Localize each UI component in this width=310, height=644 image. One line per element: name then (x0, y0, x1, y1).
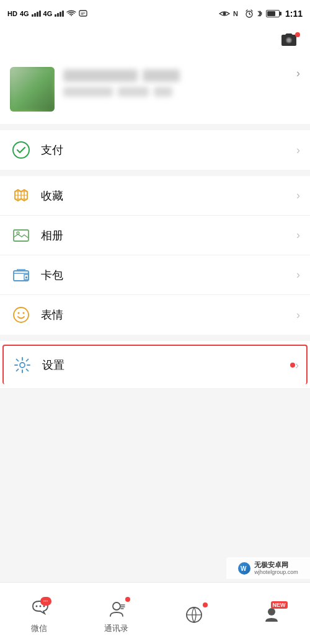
signal-4g-1: 4G (20, 10, 29, 17)
discover-badge-dot (203, 602, 208, 607)
menu-item-payment[interactable]: 支付 › (0, 130, 310, 170)
contacts-icon (107, 600, 126, 619)
svg-point-8 (17, 232, 19, 234)
bluetooth-icon (257, 9, 263, 18)
menu-item-album[interactable]: 相册 › (0, 216, 310, 255)
svg-point-5 (287, 38, 291, 42)
nav-discover-icon-wrap (183, 604, 205, 626)
status-left: HD 4G 4G (7, 10, 87, 17)
profile-name-row (63, 69, 288, 82)
status-right: N 1:11 (219, 9, 303, 19)
svg-point-11 (14, 307, 29, 322)
settings-chevron: › (295, 359, 299, 372)
svg-point-13 (23, 312, 25, 314)
signal-bars (32, 11, 41, 17)
camera-notification-dot (295, 32, 300, 37)
wechat-badge: ··· (40, 597, 51, 606)
payment-chevron: › (296, 144, 300, 157)
profile-name (63, 69, 138, 82)
menu-section-main: 收藏 › 相册 › 卡包 › (0, 176, 310, 335)
svg-point-18 (113, 602, 120, 610)
nav-contacts-icon-wrap (105, 598, 128, 620)
wifi-icon (66, 10, 76, 17)
menu-section-settings: 设置 › (0, 341, 310, 388)
status-bar: HD 4G 4G (0, 0, 310, 27)
network-indicator: HD (7, 10, 17, 17)
album-label: 相册 (41, 228, 296, 243)
payment-icon (10, 139, 32, 161)
favorites-icon (10, 185, 32, 207)
contacts-badge-dot (125, 597, 130, 602)
svg-point-14 (20, 363, 25, 368)
nav-item-contacts[interactable]: 通讯录 (78, 593, 155, 634)
svg-point-1 (223, 12, 226, 15)
svg-point-15 (35, 605, 37, 607)
avatar (10, 67, 55, 112)
signal-bars-2 (55, 11, 64, 17)
album-chevron: › (296, 229, 300, 242)
menu-section-payment: 支付 › (0, 130, 310, 170)
emoji-chevron: › (296, 309, 300, 322)
profile-section[interactable]: › (0, 57, 310, 124)
payment-label: 支付 (41, 143, 296, 157)
discover-icon (185, 606, 203, 624)
profile-info (63, 67, 288, 97)
settings-icon (11, 354, 33, 376)
svg-point-16 (39, 605, 41, 607)
svg-text:W: W (241, 565, 247, 572)
watermark: W 无极安卓网 wjhotelgroup.com (226, 557, 310, 579)
battery-icon (266, 10, 280, 17)
nav-item-wechat[interactable]: ··· 微信 (0, 593, 78, 634)
profile-wechat-id (63, 87, 113, 97)
nav-item-discover[interactable] (155, 599, 232, 629)
svg-point-6 (13, 142, 29, 158)
menu-item-settings[interactable]: 设置 › (2, 345, 308, 384)
avatar-image (10, 67, 55, 112)
nfc-icon: N (233, 9, 242, 18)
settings-label: 设置 (42, 358, 286, 373)
favorites-chevron: › (296, 189, 300, 202)
menu-item-wallet[interactable]: 卡包 › (0, 255, 310, 295)
profile-chevron-icon: › (296, 67, 300, 80)
nav-me-icon-wrap: NEW (260, 604, 283, 626)
profile-extra-2 (154, 87, 172, 97)
battery-fill (267, 11, 276, 16)
time-display: 1:11 (285, 9, 303, 19)
menu-item-favorites[interactable]: 收藏 › (0, 176, 310, 216)
watermark-url: wjhotelgroup.com (254, 569, 298, 576)
menu-item-emoji[interactable]: 表情 › (0, 295, 310, 335)
wallet-icon (10, 264, 32, 286)
wallet-label: 卡包 (41, 268, 296, 283)
profile-sub-row (63, 87, 288, 97)
bottom-nav: ··· 微信 通讯录 (0, 582, 310, 644)
profile-extra-1 (118, 87, 149, 97)
album-icon (10, 224, 32, 247)
svg-rect-10 (25, 276, 27, 278)
camera-area (0, 27, 310, 57)
nav-wechat-label: 微信 (31, 623, 47, 634)
svg-point-20 (268, 608, 275, 615)
alarm-icon (245, 9, 254, 18)
watermark-site-name: 无极安卓网 (254, 561, 298, 569)
message-icon (79, 10, 87, 17)
settings-notification-dot (290, 363, 295, 368)
svg-point-12 (18, 312, 20, 314)
nav-item-me[interactable]: NEW (232, 599, 310, 629)
favorites-label: 收藏 (41, 188, 296, 203)
svg-text:N: N (233, 10, 238, 17)
profile-name-extra (143, 69, 180, 82)
signal-4g-2: 4G (43, 10, 53, 17)
me-new-badge: NEW (271, 601, 288, 609)
emoji-label: 表情 (41, 307, 296, 322)
wallet-chevron: › (296, 268, 300, 281)
watermark-logo: W (238, 562, 250, 575)
eye-icon (219, 10, 230, 17)
nav-wechat-icon-wrap: ··· (28, 598, 50, 620)
camera-button[interactable] (280, 32, 300, 52)
emoji-icon (10, 304, 32, 326)
nav-contacts-label: 通讯录 (104, 623, 128, 634)
